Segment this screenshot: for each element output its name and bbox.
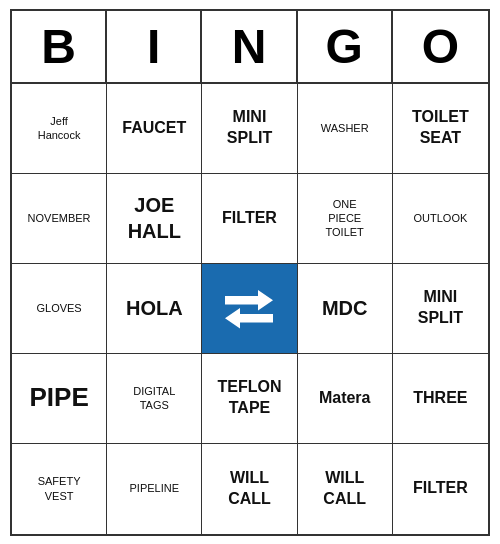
cell-text-6: JOE HALL — [128, 192, 181, 244]
bingo-cell-3[interactable]: WASHER — [298, 84, 393, 174]
letter-n: N — [202, 11, 297, 82]
cell-text-2: MINI SPLIT — [227, 107, 272, 149]
bingo-cell-8[interactable]: ONE PIECE TOILET — [298, 174, 393, 264]
bingo-cell-19[interactable]: THREE — [393, 354, 488, 444]
cell-text-24: FILTER — [413, 478, 468, 499]
bingo-cell-22[interactable]: WILL CALL — [202, 444, 297, 534]
bingo-cell-24[interactable]: FILTER — [393, 444, 488, 534]
cell-text-22: WILL CALL — [228, 468, 271, 510]
bingo-cell-5[interactable]: NOVEMBER — [12, 174, 107, 264]
bingo-cell-0[interactable]: Jeff Hancock — [12, 84, 107, 174]
bingo-cell-17[interactable]: TEFLON TAPE — [202, 354, 297, 444]
cell-text-15: PIPE — [29, 381, 88, 415]
cell-text-19: THREE — [413, 388, 467, 409]
cell-text-10: GLOVES — [36, 301, 81, 315]
bingo-cell-7[interactable]: FILTER — [202, 174, 297, 264]
cell-text-0: Jeff Hancock — [38, 114, 81, 143]
bingo-grid: Jeff HancockFAUCETMINI SPLITWASHERTOILET… — [12, 84, 488, 534]
bingo-cell-4[interactable]: TOILET SEAT — [393, 84, 488, 174]
center-logo-icon — [219, 283, 279, 333]
bingo-cell-14[interactable]: MINI SPLIT — [393, 264, 488, 354]
bingo-cell-18[interactable]: Matera — [298, 354, 393, 444]
letter-g: G — [298, 11, 393, 82]
bingo-cell-12[interactable] — [202, 264, 297, 354]
svg-marker-0 — [225, 290, 273, 310]
cell-text-14: MINI SPLIT — [418, 287, 463, 329]
bingo-cell-15[interactable]: PIPE — [12, 354, 107, 444]
cell-text-3: WASHER — [321, 121, 369, 135]
bingo-cell-23[interactable]: WILL CALL — [298, 444, 393, 534]
cell-text-7: FILTER — [222, 208, 277, 229]
bingo-cell-21[interactable]: PIPELINE — [107, 444, 202, 534]
cell-text-21: PIPELINE — [130, 481, 180, 495]
bingo-cell-10[interactable]: GLOVES — [12, 264, 107, 354]
letter-o: O — [393, 11, 488, 82]
cell-text-18: Matera — [319, 388, 371, 409]
svg-marker-1 — [225, 308, 273, 328]
cell-text-8: ONE PIECE TOILET — [326, 197, 364, 240]
bingo-cell-6[interactable]: JOE HALL — [107, 174, 202, 264]
bingo-cell-1[interactable]: FAUCET — [107, 84, 202, 174]
bingo-cell-11[interactable]: HOLA — [107, 264, 202, 354]
cell-text-5: NOVEMBER — [28, 211, 91, 225]
cell-text-11: HOLA — [126, 295, 183, 321]
bingo-cell-9[interactable]: OUTLOOK — [393, 174, 488, 264]
cell-text-16: DIGITAL TAGS — [133, 384, 175, 413]
cell-text-4: TOILET SEAT — [412, 107, 469, 149]
cell-text-20: SAFETY VEST — [38, 474, 81, 503]
cell-text-23: WILL CALL — [323, 468, 366, 510]
bingo-cell-2[interactable]: MINI SPLIT — [202, 84, 297, 174]
letter-b: B — [12, 11, 107, 82]
bingo-cell-13[interactable]: MDC — [298, 264, 393, 354]
cell-text-1: FAUCET — [122, 118, 186, 139]
bingo-cell-16[interactable]: DIGITAL TAGS — [107, 354, 202, 444]
letter-i: I — [107, 11, 202, 82]
cell-text-9: OUTLOOK — [413, 211, 467, 225]
bingo-cell-20[interactable]: SAFETY VEST — [12, 444, 107, 534]
cell-text-17: TEFLON TAPE — [217, 377, 281, 419]
bingo-card: B I N G O Jeff HancockFAUCETMINI SPLITWA… — [10, 9, 490, 536]
bingo-header: B I N G O — [12, 11, 488, 84]
cell-text-13: MDC — [322, 295, 368, 321]
